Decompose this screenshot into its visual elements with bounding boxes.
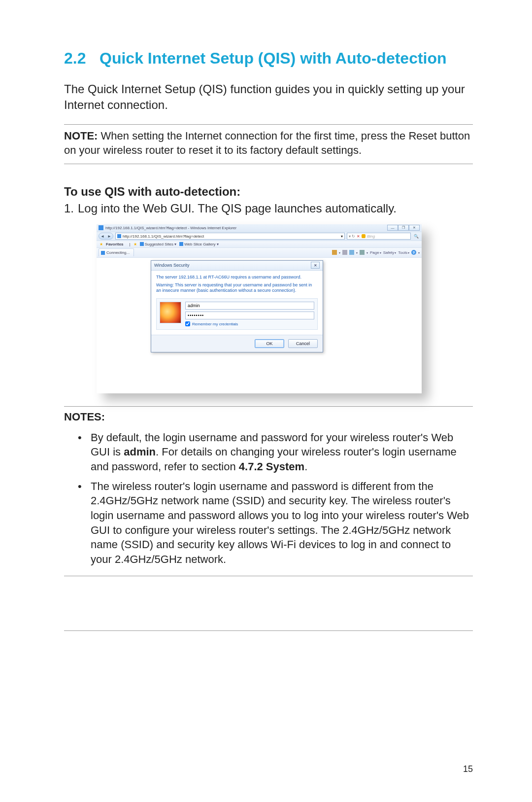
search-box[interactable]: ▾ ↻ ✕ Bing [347,233,411,240]
dialog-warning: Warning: This server is requesting that … [156,282,318,294]
notes-item-2-text: The wireless router's login username and… [91,479,473,567]
step-number: 1. [64,202,78,215]
page-menu[interactable]: Page▾ [370,250,381,255]
bullet-icon: • [78,479,91,567]
help-icon[interactable]: ? [411,250,416,255]
notes-section: NOTES: • By default, the login username … [64,406,473,576]
window-title-bar: http://192.168.1.1/QIS_wizard.htm?flag=d… [97,224,422,232]
remember-label: Remember my credentials [192,322,238,326]
dialog-button-row: OK Cancel [151,335,323,352]
tools-menu[interactable]: Tools▾ [398,250,409,255]
notes-item-1: • By default, the login username and pas… [64,427,473,476]
dialog-title-bar: Windows Security ✕ [151,261,323,271]
bold-admin: admin [124,446,156,458]
favorites-star-icon[interactable]: ★ [100,242,103,246]
dropdown-caret-icon[interactable]: ▾ [174,242,176,246]
suggested-sites-icon [140,242,144,246]
section-number: 2.2 [64,49,100,68]
windows-security-dialog: Windows Security ✕ The server 192.168.1.… [151,260,323,353]
window-control-buttons: — ❐ ✕ [387,225,420,231]
browser-screenshot: http://192.168.1.1/QIS_wizard.htm?flag=d… [97,224,422,393]
address-bar[interactable]: http://192.168.1.1/QIS_wizard.htm?flag=d… [115,233,345,240]
username-input[interactable] [185,302,314,310]
tab-strip: Connecting... ▾ ▾ ▾ Page▾ Safety▾ Tools▾… [97,248,422,258]
notes-lead: NOTES: [64,411,105,423]
dropdown-caret-icon[interactable]: ▾ [217,242,219,246]
dialog-title: Windows Security [154,263,311,268]
minimize-button[interactable]: — [387,225,398,231]
intro-paragraph: The Quick Internet Setup (QIS) function … [64,81,473,113]
search-go-icon[interactable]: 🔍 [413,234,420,239]
refresh-icon[interactable]: ▾ ↻ [349,234,355,239]
notes-item-2: • The wireless router's login username a… [64,476,473,569]
subheading: To use QIS with auto-detection: [64,185,473,199]
address-bar-row: ◄► http://192.168.1.1/QIS_wizard.htm?fla… [97,232,422,241]
section-heading: 2.2 Quick Internet Setup (QIS) with Auto… [64,49,473,68]
note-body: When setting the Internet connection for… [64,130,470,157]
command-bar: ▾ ▾ ▾ Page▾ Safety▾ Tools▾ ?▾ [332,250,420,255]
tab-label: Connecting... [106,250,130,255]
print-icon[interactable] [360,250,365,255]
bullet-icon: • [78,430,91,474]
nav-back-forward[interactable]: ◄► [99,233,113,240]
credential-tile: Remember my credentials [156,298,318,330]
notes-list: • By default, the login username and pas… [64,427,473,569]
tab-favicon-icon [101,251,105,255]
favorites-label: Favorites [106,242,124,246]
bing-icon [362,234,366,238]
note-callout: NOTE: When setting the Internet connecti… [64,124,473,164]
window-title: http://192.168.1.1/QIS_wizard.htm?flag=d… [105,226,387,230]
password-input[interactable] [185,312,314,319]
step-text: Log into the Web GUI. The QIS page launc… [78,202,397,215]
mail-icon[interactable] [349,250,354,255]
stop-icon[interactable]: ✕ [357,234,360,239]
dialog-server-message: The server 192.168.1.1 at RT-AC66U requi… [156,275,318,279]
window-close-button[interactable]: ✕ [409,225,420,231]
bold-section-ref: 4.7.2 System [239,460,304,473]
browser-tab[interactable]: Connecting... [99,248,134,256]
url-dropdown-icon[interactable]: ▾ [341,234,343,239]
footer-rule [64,630,473,631]
home-icon[interactable] [332,250,337,255]
credential-fields: Remember my credentials [185,302,314,326]
document-page: 2.2 Quick Internet Setup (QIS) with Auto… [0,0,532,802]
page-icon [117,234,121,238]
webslice-icon [179,242,183,246]
dialog-close-button[interactable]: ✕ [311,262,320,269]
webslice-link[interactable]: Web Slice Gallery [184,242,215,246]
remember-credentials-checkbox[interactable]: Remember my credentials [185,321,314,326]
page-number: 15 [463,764,473,774]
search-placeholder: Bing [367,234,375,239]
safety-menu[interactable]: Safety▾ [383,250,397,255]
notes-item-1-text: By default, the login username and passw… [91,430,473,474]
browser-content: Windows Security ✕ The server 192.168.1.… [97,258,422,393]
section-title: Quick Internet Setup (QIS) with Auto-det… [100,49,473,68]
favorites-sep: | [130,242,131,246]
note-lead: NOTE: [64,130,98,142]
dialog-body: The server 192.168.1.1 at RT-AC66U requi… [151,271,323,335]
user-avatar-icon [160,302,181,323]
remember-check-input[interactable] [185,321,190,326]
ok-button[interactable]: OK [255,339,284,348]
ie-icon [99,225,103,230]
favorites-bar: ★ Favorites | ★ Suggested Sites ▾ Web Sl… [97,241,422,248]
suggested-star-icon: ★ [133,242,137,246]
step-1: 1. Log into the Web GUI. The QIS page la… [64,202,473,215]
suggested-sites-link[interactable]: Suggested Sites [145,242,173,246]
maximize-button[interactable]: ❐ [398,225,409,231]
feeds-icon[interactable] [342,250,347,255]
cancel-button[interactable]: Cancel [288,339,318,348]
url-text: http://192.168.1.1/QIS_wizard.htm?flag=d… [123,234,339,239]
